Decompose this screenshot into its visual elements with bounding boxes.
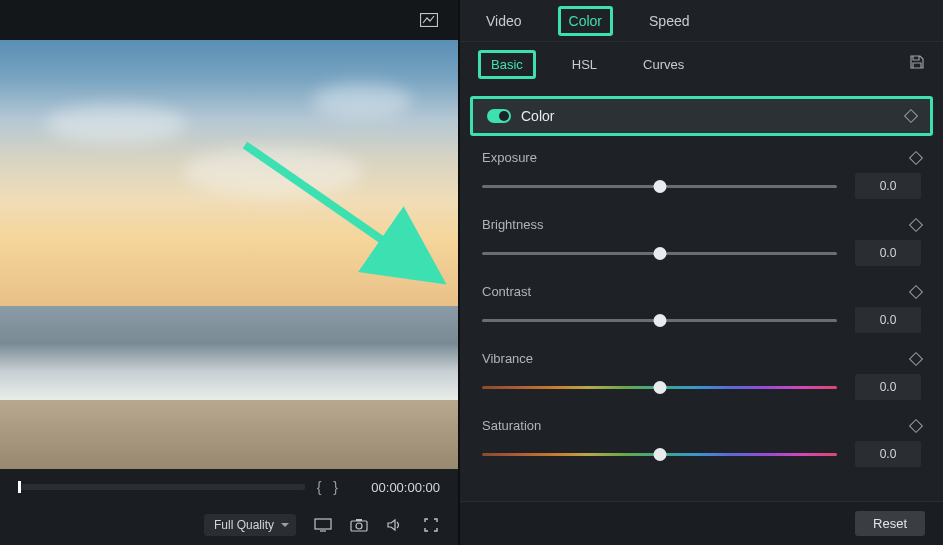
exposure-group: Exposure 0.0: [482, 150, 921, 199]
quality-dropdown[interactable]: Full Quality: [204, 514, 296, 536]
exposure-slider[interactable]: [482, 185, 837, 188]
vibrance-thumb[interactable]: [653, 381, 666, 394]
tab-color[interactable]: Color: [558, 6, 613, 36]
video-preview[interactable]: [0, 40, 458, 469]
fullscreen-icon[interactable]: [422, 516, 440, 534]
vibrance-value[interactable]: 0.0: [855, 374, 921, 400]
svg-point-5: [356, 523, 362, 529]
snapshot-icon[interactable]: [350, 516, 368, 534]
saturation-thumb[interactable]: [653, 448, 666, 461]
player-controls: Full Quality: [0, 505, 458, 545]
subtab-hsl[interactable]: HSL: [562, 53, 607, 76]
image-mode-icon[interactable]: [420, 11, 438, 29]
save-preset-icon[interactable]: [909, 54, 925, 70]
contrast-label: Contrast: [482, 284, 531, 299]
brightness-group: Brightness 0.0: [482, 217, 921, 266]
properties-panel: Video Color Speed Basic HSL Curves Color…: [458, 0, 943, 545]
tab-video[interactable]: Video: [478, 9, 530, 33]
vibrance-group: Vibrance 0.0: [482, 351, 921, 400]
timeline-scrubber[interactable]: [18, 484, 305, 490]
brightness-thumb[interactable]: [653, 247, 666, 260]
mark-out-button[interactable]: }: [333, 479, 338, 495]
section-title: Color: [521, 108, 554, 124]
contrast-keyframe-icon[interactable]: [909, 284, 923, 298]
brightness-value[interactable]: 0.0: [855, 240, 921, 266]
exposure-label: Exposure: [482, 150, 537, 165]
preview-panel: { } 00:00:00:00 Full Quality: [0, 0, 458, 545]
reset-button[interactable]: Reset: [855, 511, 925, 536]
exposure-keyframe-icon[interactable]: [909, 150, 923, 164]
vibrance-keyframe-icon[interactable]: [909, 351, 923, 365]
saturation-group: Saturation 0.0: [482, 418, 921, 467]
contrast-group: Contrast 0.0: [482, 284, 921, 333]
color-section-header: Color: [470, 96, 933, 136]
contrast-thumb[interactable]: [653, 314, 666, 327]
main-tabs: Video Color Speed: [460, 0, 943, 42]
subtab-basic[interactable]: Basic: [478, 50, 536, 79]
sub-tabs: Basic HSL Curves: [460, 42, 943, 86]
contrast-slider[interactable]: [482, 319, 837, 322]
preview-image: [0, 40, 458, 469]
reset-bar: Reset: [460, 501, 943, 545]
exposure-value[interactable]: 0.0: [855, 173, 921, 199]
svg-rect-6: [356, 519, 362, 521]
scrubber-handle[interactable]: [18, 481, 21, 493]
timecode-display: 00:00:00:00: [350, 480, 440, 495]
subtab-curves[interactable]: Curves: [633, 53, 694, 76]
mark-in-button[interactable]: {: [317, 479, 322, 495]
saturation-slider[interactable]: [482, 453, 837, 456]
vibrance-slider[interactable]: [482, 386, 837, 389]
volume-icon[interactable]: [386, 516, 404, 534]
sliders-container: Exposure 0.0 Brightness 0.0: [460, 136, 943, 467]
brightness-label: Brightness: [482, 217, 543, 232]
color-toggle[interactable]: [487, 109, 511, 123]
saturation-keyframe-icon[interactable]: [909, 418, 923, 432]
exposure-thumb[interactable]: [653, 180, 666, 193]
vibrance-label: Vibrance: [482, 351, 533, 366]
section-keyframe-icon[interactable]: [904, 109, 918, 123]
display-icon[interactable]: [314, 516, 332, 534]
tab-speed[interactable]: Speed: [641, 9, 697, 33]
brightness-keyframe-icon[interactable]: [909, 217, 923, 231]
scrubber-row: { } 00:00:00:00: [0, 469, 458, 505]
saturation-value[interactable]: 0.0: [855, 441, 921, 467]
saturation-label: Saturation: [482, 418, 541, 433]
svg-rect-2: [315, 519, 331, 529]
brightness-slider[interactable]: [482, 252, 837, 255]
preview-topbar: [0, 0, 458, 40]
contrast-value[interactable]: 0.0: [855, 307, 921, 333]
